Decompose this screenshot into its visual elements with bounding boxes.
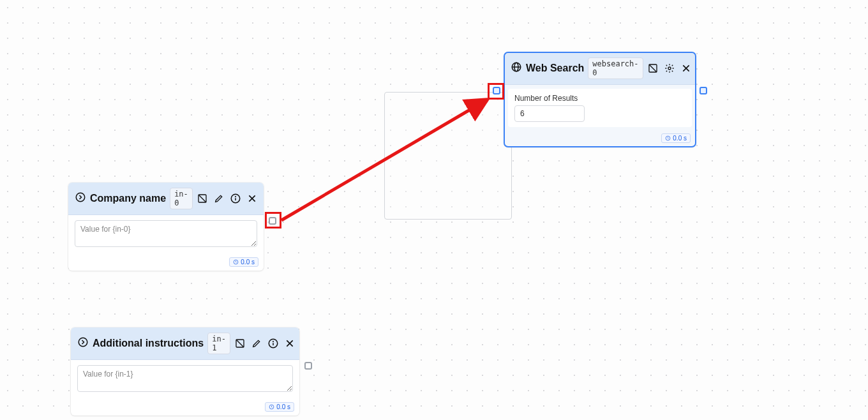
field-label: Number of Results	[514, 94, 685, 103]
svg-point-10	[273, 341, 274, 342]
close-icon[interactable]	[284, 338, 296, 349]
svg-point-15	[668, 67, 671, 70]
node-header[interactable]: Additional instructions in-1	[71, 327, 299, 360]
node-tag: websearch-0	[588, 57, 643, 79]
svg-point-4	[235, 197, 236, 197]
info-icon[interactable]	[267, 338, 279, 349]
value-input[interactable]	[75, 220, 257, 247]
info-icon[interactable]	[230, 193, 241, 204]
node-body: Number of Results	[508, 89, 692, 127]
node-additional-instructions[interactable]: Additional instructions in-1 0.0 s	[71, 327, 299, 416]
highlight-target-port	[488, 83, 504, 100]
chart-icon[interactable]	[197, 193, 208, 204]
chart-icon[interactable]	[647, 63, 659, 74]
output-port[interactable]	[304, 362, 312, 370]
node-web-search[interactable]: Web Search websearch-0 Number of Results…	[504, 52, 696, 147]
node-tag: in-1	[207, 333, 230, 354]
node-title: Additional instructions	[93, 338, 204, 349]
value-input[interactable]	[77, 365, 293, 392]
node-tag: in-0	[170, 188, 193, 209]
highlight-source-port	[265, 212, 281, 229]
close-icon[interactable]	[680, 63, 692, 74]
svg-point-6	[79, 338, 87, 347]
time-badge: 0.0 s	[661, 133, 691, 143]
node-header[interactable]: Web Search websearch-0	[504, 52, 696, 85]
node-title: Company name	[90, 193, 166, 204]
input-arrow-icon	[77, 336, 89, 350]
node-body	[68, 215, 264, 255]
num-results-input[interactable]	[514, 105, 585, 122]
placeholder-box	[384, 92, 512, 220]
node-header[interactable]: Company name in-0	[68, 183, 264, 215]
node-title: Web Search	[526, 63, 584, 74]
edit-icon[interactable]	[251, 338, 262, 349]
time-badge: 0.0 s	[265, 402, 294, 412]
edit-icon[interactable]	[213, 193, 225, 204]
node-body	[71, 360, 299, 400]
node-company-name[interactable]: Company name in-0 0.0 s	[68, 183, 264, 271]
gear-icon[interactable]	[664, 63, 675, 74]
chart-icon[interactable]	[234, 338, 246, 349]
time-badge: 0.0 s	[229, 257, 258, 267]
input-arrow-icon	[75, 191, 86, 206]
globe-icon	[511, 61, 522, 75]
close-icon[interactable]	[246, 193, 258, 204]
svg-point-0	[76, 193, 85, 202]
output-port[interactable]	[700, 87, 707, 94]
